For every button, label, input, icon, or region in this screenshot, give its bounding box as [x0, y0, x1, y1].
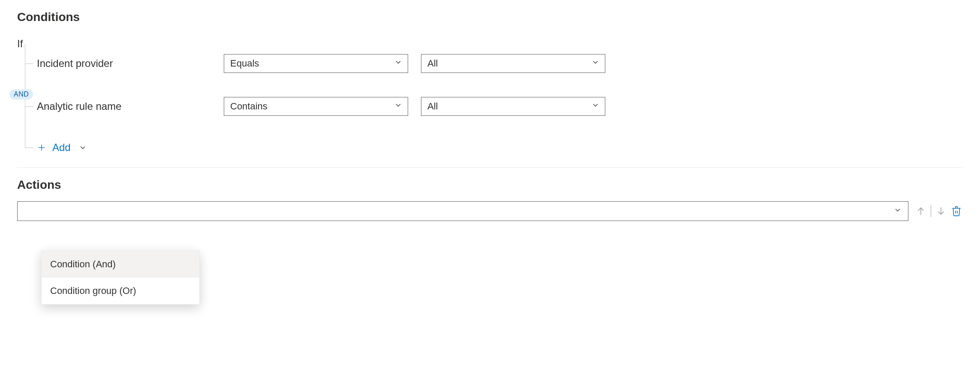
condition-operator-select[interactable]: Equals: [224, 54, 408, 73]
condition-row: Incident provider Equals All: [27, 54, 963, 73]
conditions-and-pill: AND: [9, 89, 33, 100]
conditions-section: Conditions If AND Incident provider Equa…: [17, 10, 963, 168]
delete-action-button[interactable]: [950, 205, 963, 218]
conditions-heading: Conditions: [17, 10, 963, 24]
condition-operator-select[interactable]: Contains: [224, 97, 408, 116]
vertical-separator: [931, 205, 931, 217]
chevron-down-icon: [591, 101, 600, 112]
condition-value-select[interactable]: All: [421, 97, 605, 116]
arrow-up-icon: [915, 206, 926, 217]
actions-section: Actions: [17, 178, 963, 221]
condition-value-text: All: [427, 58, 438, 69]
chevron-down-icon: [394, 101, 403, 112]
condition-value-select[interactable]: All: [421, 54, 605, 73]
condition-operator-value: Contains: [230, 101, 268, 112]
plus-icon: [37, 143, 46, 152]
conditions-if-label: If: [17, 38, 963, 50]
conditions-tree: AND Incident provider Equals All Analyti…: [17, 54, 963, 155]
condition-row: Analytic rule name Contains All: [27, 97, 963, 116]
arrow-down-icon: [935, 206, 947, 217]
condition-label: Incident provider: [27, 57, 211, 70]
move-down-button[interactable]: [935, 205, 947, 218]
chevron-down-icon: [394, 58, 403, 69]
actions-row: [17, 201, 963, 221]
condition-value-text: All: [427, 101, 438, 112]
add-condition-button[interactable]: Add: [37, 142, 87, 154]
actions-heading: Actions: [17, 178, 963, 192]
chevron-down-icon: [78, 143, 87, 152]
move-up-button[interactable]: [914, 205, 927, 218]
add-condition-row: Add: [27, 140, 963, 155]
condition-operator-value: Equals: [230, 58, 259, 69]
action-select[interactable]: [17, 201, 908, 221]
add-condition-label: Add: [52, 142, 71, 154]
trash-icon: [951, 206, 962, 217]
chevron-down-icon: [591, 58, 600, 69]
condition-label: Analytic rule name: [27, 100, 211, 112]
section-divider: [17, 167, 963, 168]
chevron-down-icon: [893, 206, 902, 217]
action-reorder-controls: [914, 205, 963, 218]
